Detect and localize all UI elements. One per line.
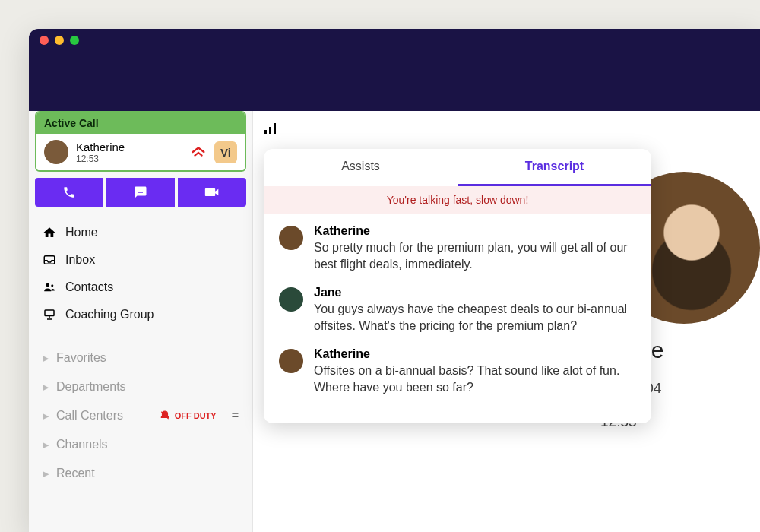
nav-contacts-label: Contacts xyxy=(65,280,113,294)
nav-contacts[interactable]: Contacts xyxy=(29,274,252,301)
call-button[interactable] xyxy=(35,178,103,207)
chevron-right-icon: ▶ xyxy=(43,440,49,450)
svg-rect-6 xyxy=(274,123,276,134)
transcript-messages: Katherine So pretty much for the premium… xyxy=(264,214,651,423)
coaching-icon xyxy=(43,308,56,321)
group-recent[interactable]: ▶ Recent xyxy=(29,459,252,488)
message-author: Jane xyxy=(314,286,636,299)
group-recent-label: Recent xyxy=(56,467,95,480)
home-icon xyxy=(43,226,56,239)
message-author: Katherine xyxy=(314,347,636,361)
coaching-alert: You're talking fast, slow down! xyxy=(264,186,651,214)
svg-rect-3 xyxy=(45,310,54,316)
message-avatar xyxy=(279,226,303,250)
svg-point-2 xyxy=(51,284,53,287)
window-minimize-button[interactable] xyxy=(55,36,64,45)
window-titlebar xyxy=(29,29,760,52)
transcript-panel: Assists Transcript You're talking fast, … xyxy=(264,149,651,423)
message-text: Offsites on a bi-annual basis? That soun… xyxy=(314,363,636,397)
bell-off-icon xyxy=(160,410,170,421)
contacts-icon xyxy=(43,280,56,294)
message-avatar xyxy=(279,287,303,312)
signal-bars-icon[interactable] xyxy=(264,122,277,135)
group-channels[interactable]: ▶ Channels xyxy=(29,430,252,459)
vi-badge[interactable]: Vi xyxy=(214,141,237,163)
inbox-icon xyxy=(43,253,56,267)
group-favorites-label: Favorites xyxy=(56,351,106,365)
transcript-message: Katherine So pretty much for the premium… xyxy=(279,224,636,274)
group-call-centers[interactable]: ▶ Call Centers OFF DUTY = xyxy=(29,401,252,430)
message-avatar xyxy=(279,349,303,373)
nav-home-label: Home xyxy=(65,226,98,239)
video-button[interactable] xyxy=(178,178,246,207)
chevron-right-icon: ▶ xyxy=(43,411,49,421)
panel-tabs: Assists Transcript xyxy=(264,149,651,186)
group-departments-label: Departments xyxy=(56,380,126,394)
svg-rect-5 xyxy=(269,127,271,134)
app-content: Active Call Katherine 12:53 Vi xyxy=(29,111,760,532)
window-close-button[interactable] xyxy=(40,36,49,45)
call-info: Katherine 12:53 xyxy=(76,141,182,164)
message-text: So pretty much for the premium plan, you… xyxy=(314,239,636,274)
chevron-right-icon: ▶ xyxy=(43,382,49,392)
nav-inbox-label: Inbox xyxy=(65,253,95,267)
app-header xyxy=(29,52,760,111)
active-call-header: Active Call xyxy=(36,112,245,134)
active-call-body: Katherine 12:53 Vi xyxy=(36,134,245,170)
message-text: You guys always have the cheapest deals … xyxy=(314,301,636,335)
chevron-right-icon: ▶ xyxy=(43,469,49,479)
drag-handle-icon[interactable]: = xyxy=(232,409,239,423)
transcript-message: Katherine Offsites on a bi-annual basis?… xyxy=(279,347,636,397)
message-button[interactable] xyxy=(106,178,175,207)
action-row xyxy=(35,178,246,207)
nav-inbox[interactable]: Inbox xyxy=(29,246,252,274)
nav-coaching-label: Coaching Group xyxy=(65,308,154,321)
sidebar: Active Call Katherine 12:53 Vi xyxy=(29,111,253,532)
caller-name: Katherine xyxy=(76,141,182,154)
primary-nav: Home Inbox Contacts Coaching Group xyxy=(29,216,252,331)
nav-coaching[interactable]: Coaching Group xyxy=(29,301,252,328)
chevron-right-icon: ▶ xyxy=(43,353,49,363)
off-duty-label: OFF DUTY xyxy=(175,411,217,420)
active-call-card[interactable]: Active Call Katherine 12:53 Vi xyxy=(35,111,246,172)
nav-home[interactable]: Home xyxy=(29,219,252,246)
group-favorites[interactable]: ▶ Favorites xyxy=(29,344,252,372)
window-zoom-button[interactable] xyxy=(70,36,79,45)
group-channels-label: Channels xyxy=(56,438,108,451)
transcript-message: Jane You guys always have the cheapest d… xyxy=(279,286,636,335)
message-author: Katherine xyxy=(314,224,636,238)
tab-assists[interactable]: Assists xyxy=(264,149,458,186)
caller-avatar xyxy=(44,140,68,164)
group-departments[interactable]: ▶ Departments xyxy=(29,372,252,401)
sidebar-groups: ▶ Favorites ▶ Departments ▶ Call Centers… xyxy=(29,344,252,488)
group-call-centers-label: Call Centers xyxy=(56,409,123,423)
svg-point-1 xyxy=(46,283,50,287)
tab-transcript[interactable]: Transcript xyxy=(458,149,651,186)
svg-rect-4 xyxy=(264,130,267,134)
off-duty-badge[interactable]: OFF DUTY xyxy=(160,410,217,421)
app-window: Active Call Katherine 12:53 Vi xyxy=(29,29,760,532)
call-duration: 12:53 xyxy=(76,154,182,164)
main-area: herine 649-0504 12:53 Assists Transcript… xyxy=(253,111,760,532)
transfer-call-icon[interactable] xyxy=(190,146,207,158)
